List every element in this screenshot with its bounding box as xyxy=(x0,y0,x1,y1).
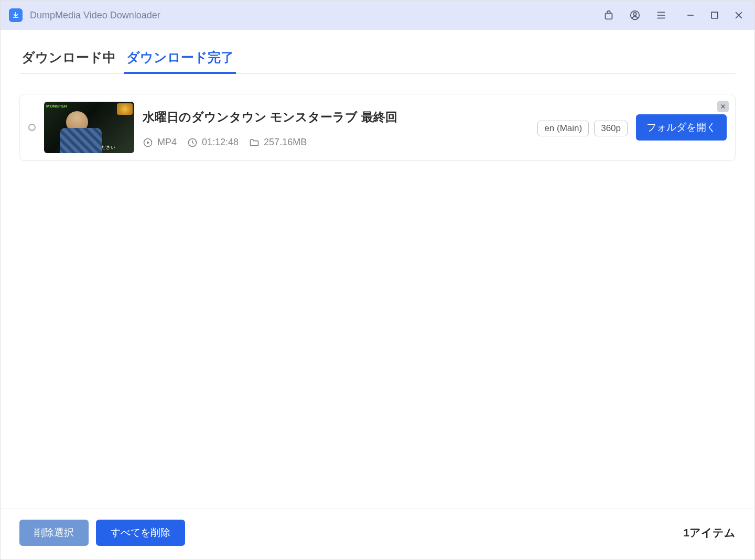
select-radio[interactable] xyxy=(28,124,36,131)
duration-label: 01:12:48 xyxy=(202,137,239,148)
item-action: フォルダを開く xyxy=(636,114,727,141)
thumb-subtitle: 僕と付き合ってください xyxy=(63,144,115,151)
format-meta: MP4 xyxy=(143,137,177,148)
delete-selected-button[interactable]: 削除選択 xyxy=(19,520,89,546)
language-tag: en (Main) xyxy=(537,121,589,136)
titlebar: DumpMedia Video Downloader xyxy=(1,1,754,30)
delete-all-button[interactable]: すべてを削除 xyxy=(96,520,185,546)
app-title: DumpMedia Video Downloader xyxy=(30,10,601,21)
video-thumbnail: MONSTER 僕と付き合ってください xyxy=(44,102,134,153)
item-count-label: 1アイテム xyxy=(683,525,736,540)
close-button[interactable] xyxy=(731,8,746,23)
maximize-button[interactable] xyxy=(707,8,722,23)
account-icon[interactable] xyxy=(628,8,642,23)
svg-point-2 xyxy=(633,13,637,15)
app-window: DumpMedia Video Downloader xyxy=(0,0,755,560)
thumb-badge: MONSTER xyxy=(46,104,67,109)
item-tags: en (Main) 360p xyxy=(537,119,628,136)
quality-tag: 360p xyxy=(594,121,628,136)
download-item: MONSTER 僕と付き合ってください 水曜日のダウンタウン モンスターラブ 最… xyxy=(19,94,736,161)
menu-icon[interactable] xyxy=(654,8,668,23)
play-circle-icon xyxy=(143,137,153,148)
format-label: MP4 xyxy=(157,137,177,148)
shop-icon[interactable] xyxy=(601,8,616,23)
tab-bar: ダウンロード中 ダウンロード完了 xyxy=(19,45,736,74)
footer-bar: 削除選択 すべてを削除 1アイテム xyxy=(1,509,754,559)
video-meta: MP4 01:12:48 257.16MB xyxy=(143,137,529,148)
open-folder-button[interactable]: フォルダを開く xyxy=(636,114,727,141)
folder-icon xyxy=(249,137,260,148)
tab-completed[interactable]: ダウンロード完了 xyxy=(124,45,236,73)
minimize-button[interactable] xyxy=(683,8,698,23)
svg-rect-0 xyxy=(606,13,612,19)
content-area: ダウンロード中 ダウンロード完了 MONSTER 僕と付き合ってください 水曜日… xyxy=(1,30,754,509)
remove-item-button[interactable] xyxy=(717,101,729,112)
svg-rect-7 xyxy=(711,12,718,18)
clock-icon xyxy=(187,137,198,148)
video-title: 水曜日のダウンタウン モンスターラブ 最終回 xyxy=(143,109,529,125)
duration-meta: 01:12:48 xyxy=(187,137,239,148)
item-info: 水曜日のダウンタウン モンスターラブ 最終回 MP4 01:12:48 2 xyxy=(143,107,529,148)
download-list: MONSTER 僕と付き合ってください 水曜日のダウンタウン モンスターラブ 最… xyxy=(19,74,736,509)
tab-downloading[interactable]: ダウンロード中 xyxy=(19,45,118,73)
size-meta: 257.16MB xyxy=(249,137,307,148)
thumb-badge xyxy=(117,103,133,115)
app-logo-icon xyxy=(9,8,23,22)
size-label: 257.16MB xyxy=(264,137,307,148)
close-icon xyxy=(720,103,726,110)
